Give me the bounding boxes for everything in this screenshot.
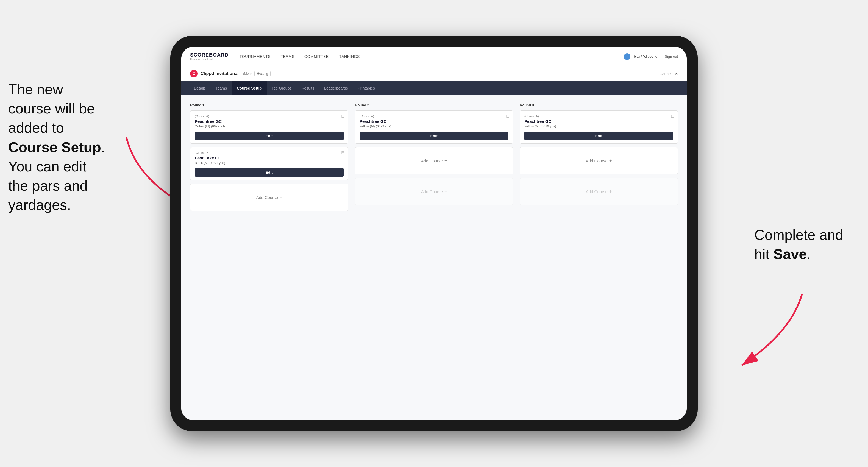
sign-out-link[interactable]: Sign out [665, 54, 678, 59]
round-2-add-course-card[interactable]: Add Course + [355, 147, 513, 175]
round-2-add-course-plus-2: + [444, 189, 447, 194]
tab-details[interactable]: Details [189, 81, 211, 95]
round-2-course-a-card: ⊟ (Course A) Peachtree GC Yellow (M) (66… [355, 111, 513, 144]
round-2-add-course-label: Add Course [421, 158, 443, 163]
logo-scoreboard: SCOREBOARD [190, 52, 228, 58]
brand-logo: C [190, 70, 198, 77]
round-2-course-a-details: Yellow (M) (6629 yds) [360, 124, 508, 128]
round-3-course-a-name: Peachtree GC [524, 119, 673, 124]
nav-rankings[interactable]: RANKINGS [339, 54, 360, 59]
nav-tournaments[interactable]: TOURNAMENTS [240, 54, 271, 59]
round-1-add-course-label: Add Course [256, 195, 278, 200]
round-2-add-course-plus: + [444, 158, 447, 163]
breadcrumb-gender: (Men) [243, 72, 252, 75]
round-1-column: Round 1 ⊟ (Course A) Peachtree GC Yellow… [190, 103, 348, 214]
arrow-right [725, 288, 813, 371]
round-3-add-course-card[interactable]: Add Course + [520, 147, 678, 175]
round-1-course-a-edit-btn[interactable]: Edit [195, 132, 344, 140]
round-1-course-a-delete-btn[interactable]: ⊟ [341, 114, 345, 119]
annotation-bold-save: Save [774, 246, 807, 262]
round-2-course-a-name: Peachtree GC [360, 119, 508, 124]
breadcrumb-title: Clippd Invitational [200, 71, 239, 76]
tab-course-setup[interactable]: Course Setup [232, 81, 267, 95]
hosting-badge: Hosting [254, 71, 271, 76]
main-content: Round 1 ⊟ (Course A) Peachtree GC Yellow… [181, 95, 687, 420]
round-3-course-a-delete-btn[interactable]: ⊟ [671, 114, 674, 119]
cancel-x-icon: ✕ [674, 71, 678, 76]
round-3-column: Round 3 ⊟ (Course A) Peachtree GC Yellow… [520, 103, 678, 214]
round-3-course-a-edit-btn[interactable]: Edit [524, 132, 673, 140]
tab-results[interactable]: Results [297, 81, 319, 95]
round-3-label: Round 3 [520, 103, 678, 107]
round-2-course-a-tag: (Course A) [360, 115, 508, 118]
tablet: SCOREBOARD Powered by clippd TOURNAMENTS… [170, 36, 698, 431]
round-2-column: Round 2 ⊟ (Course A) Peachtree GC Yellow… [355, 103, 513, 214]
round-1-course-b-delete-btn[interactable]: ⊟ [341, 150, 345, 155]
logo-area: SCOREBOARD Powered by clippd [190, 52, 228, 61]
round-3-course-a-tag: (Course A) [524, 115, 673, 118]
breadcrumb-bar: C Clippd Invitational (Men) Hosting Canc… [181, 66, 687, 81]
cancel-button[interactable]: Cancel [659, 72, 672, 76]
tab-bar: Details Teams Course Setup Tee Groups Re… [181, 81, 687, 95]
round-1-course-b-tag: (Course B) [195, 151, 344, 154]
round-2-course-a-edit-btn[interactable]: Edit [360, 132, 508, 140]
tab-leaderboards[interactable]: Leaderboards [319, 81, 353, 95]
round-2-add-course-label-2: Add Course [421, 189, 443, 194]
round-1-course-a-tag: (Course A) [195, 115, 344, 118]
round-3-add-course-label: Add Course [586, 158, 608, 163]
tablet-screen: SCOREBOARD Powered by clippd TOURNAMENTS… [181, 47, 687, 420]
round-1-course-a-name: Peachtree GC [195, 119, 344, 124]
top-nav: SCOREBOARD Powered by clippd TOURNAMENTS… [181, 47, 687, 66]
cancel-area[interactable]: Cancel ✕ [659, 71, 678, 76]
tab-tee-groups[interactable]: Tee Groups [267, 81, 297, 95]
round-3-add-course-label-2: Add Course [586, 189, 608, 194]
top-nav-right: blair@clippd.io | Sign out [624, 53, 678, 60]
nav-committee[interactable]: COMMITTEE [304, 54, 329, 59]
round-1-course-b-edit-btn[interactable]: Edit [195, 168, 344, 177]
round-1-course-b-name: East Lake GC [195, 155, 344, 160]
tab-teams[interactable]: Teams [211, 81, 232, 95]
tab-printables[interactable]: Printables [353, 81, 380, 95]
annotation-right: Complete and hit Save. [754, 225, 843, 264]
round-1-add-course-card[interactable]: Add Course + [190, 184, 348, 211]
nav-teams[interactable]: TEAMS [280, 54, 294, 59]
round-3-course-a-details: Yellow (M) (6629 yds) [524, 124, 673, 128]
user-avatar [624, 53, 630, 60]
round-2-label: Round 2 [355, 103, 513, 107]
round-3-add-course-card-2: Add Course + [520, 178, 678, 205]
round-1-course-b-details: Black (M) (6891 yds) [195, 161, 344, 165]
rounds-grid: Round 1 ⊟ (Course A) Peachtree GC Yellow… [190, 103, 678, 214]
logo-sub: Powered by clippd [190, 58, 228, 61]
round-3-add-course-plus-2: + [609, 189, 612, 194]
user-email: blair@clippd.io [634, 54, 657, 59]
annotation-left: The new course will be added to Course S… [8, 80, 105, 215]
round-1-add-course-plus: + [280, 195, 282, 200]
round-1-course-b-card: ⊟ (Course B) East Lake GC Black (M) (689… [190, 147, 348, 180]
round-1-course-a-card: ⊟ (Course A) Peachtree GC Yellow (M) (66… [190, 111, 348, 144]
nav-separator: | [661, 54, 661, 59]
top-nav-links: TOURNAMENTS TEAMS COMMITTEE RANKINGS [240, 54, 624, 59]
round-2-course-a-delete-btn[interactable]: ⊟ [506, 114, 509, 119]
round-1-course-a-details: Yellow (M) (6629 yds) [195, 124, 344, 128]
round-2-add-course-card-2: Add Course + [355, 178, 513, 205]
round-1-label: Round 1 [190, 103, 348, 107]
breadcrumb-left: C Clippd Invitational (Men) Hosting [190, 70, 271, 77]
round-3-add-course-plus: + [609, 158, 612, 163]
round-3-course-a-card: ⊟ (Course A) Peachtree GC Yellow (M) (66… [520, 111, 678, 144]
annotation-bold-course-setup: Course Setup [8, 139, 101, 155]
